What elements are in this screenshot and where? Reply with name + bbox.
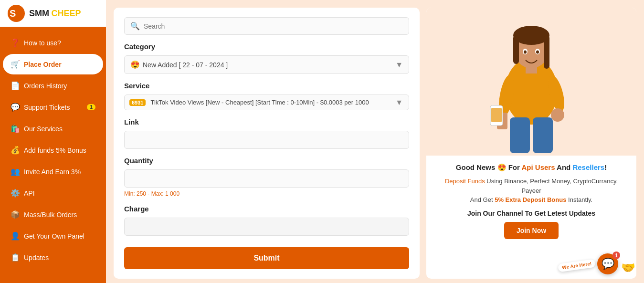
orders-history-label: Orders History: [24, 82, 67, 90]
support-tickets-label: Support Tickets: [24, 104, 70, 111]
svg-rect-7: [526, 64, 537, 73]
sidebar-item-invite-earn[interactable]: 👥 Invite And Earn 3%: [3, 161, 103, 182]
join-now-button[interactable]: Join Now: [504, 222, 559, 239]
quantity-label: Quantity: [124, 157, 409, 165]
sidebar-item-how-to-use[interactable]: ❓ How to use?: [3, 32, 103, 53]
place-order-label: Place Order: [24, 61, 62, 68]
api-icon: ⚙️: [11, 189, 19, 198]
sidebar-item-place-order[interactable]: 🛒 Place Order: [3, 54, 103, 74]
place-order-icon: 🛒: [11, 60, 19, 69]
category-group: Category 😍 New Added [ 22 - 07 - 2024 ] …: [124, 42, 409, 74]
service-group: Service 6931 TikTok Video Views [New - C…: [124, 82, 409, 110]
svg-rect-6: [544, 35, 549, 69]
support-tickets-badge: 1: [87, 104, 95, 110]
charge-group: Charge: [124, 205, 409, 236]
orders-history-icon: 📄: [11, 81, 19, 90]
api-label: API: [24, 189, 35, 197]
svg-rect-15: [533, 117, 553, 153]
invite-earn-label: Invite And Earn 3%: [24, 168, 81, 176]
search-bar: 🔍: [124, 17, 409, 35]
sidebar-item-add-funds[interactable]: 💰 Add funds 5% Bonus: [3, 140, 103, 160]
svg-rect-12: [491, 108, 502, 122]
service-label: Service: [124, 82, 409, 90]
quantity-group: Quantity Min: 250 - Max: 1 000: [124, 157, 409, 197]
deposit-funds-link[interactable]: Deposit Funds: [445, 178, 485, 185]
support-tickets-icon: 💬: [11, 103, 19, 112]
charge-input[interactable]: [124, 218, 409, 236]
promo-panel: Good News 😍 For Api Users And Resellers!…: [426, 8, 636, 279]
sidebar-item-orders-history[interactable]: 📄 Orders History: [3, 75, 103, 96]
svg-rect-5: [513, 35, 519, 64]
category-select-wrapper: 😍 New Added [ 22 - 07 - 2024 ] New Added…: [124, 55, 409, 74]
good-news-line: Good News 😍 For Api Users And Resellers!: [436, 163, 627, 172]
order-panel: 🔍 Category 😍 New Added [ 22 - 07 - 2024 …: [114, 8, 420, 279]
our-services-label: Our Services: [24, 125, 63, 133]
charge-label: Charge: [124, 205, 409, 213]
bonus-text: 5% Extra Deposit Bonus: [495, 196, 566, 203]
we-are-here-text: We Are Here!: [558, 259, 596, 273]
chat-icon: 💬: [602, 258, 614, 270]
get-your-own-panel-icon: 👤: [11, 231, 19, 241]
category-label: Category: [124, 42, 409, 51]
add-funds-icon: 💰: [11, 146, 19, 155]
chat-button[interactable]: 💬 1: [597, 253, 618, 274]
logo-cheep: CHEEP: [51, 9, 81, 18]
svg-point-19: [536, 51, 539, 54]
svg-text:S: S: [10, 8, 16, 19]
how-to-use-icon: ❓: [11, 38, 19, 47]
how-to-use-label: How to use?: [24, 39, 61, 47]
chat-widget: We Are Here! 💬 1 🤝: [558, 253, 635, 274]
promo-person-svg: [484, 12, 579, 156]
api-users-text: Api Users: [521, 163, 555, 171]
logo-icon: S: [7, 4, 25, 22]
updates-label: Updates: [24, 254, 49, 262]
sidebar-item-updates[interactable]: 📋 Updates: [3, 247, 103, 268]
link-label: Link: [124, 118, 409, 126]
sidebar-item-mass-bulk-orders[interactable]: 📦 Mass/Bulk Orders: [3, 204, 103, 225]
channel-line: Join Our Channel To Get Letest Updates: [436, 210, 627, 217]
submit-button[interactable]: Submit: [124, 247, 409, 269]
main-content: 🔍 Category 😍 New Added [ 22 - 07 - 2024 …: [106, 0, 644, 283]
quantity-input[interactable]: [124, 169, 409, 188]
our-services-icon: 🛍️: [11, 124, 19, 133]
mass-bulk-orders-icon: 📦: [11, 210, 19, 219]
promo-image: [426, 8, 636, 156]
mass-bulk-orders-label: Mass/Bulk Orders: [24, 211, 77, 219]
promo-text-area: Good News 😍 For Api Users And Resellers!…: [426, 156, 636, 247]
svg-point-13: [551, 108, 564, 122]
link-input[interactable]: [124, 131, 409, 149]
get-your-own-panel-label: Get Your Own Panel: [24, 232, 84, 240]
service-select-wrapper: 6931 TikTok Video Views [New - Cheapest]…: [124, 94, 409, 110]
add-funds-label: Add funds 5% Bonus: [24, 147, 86, 154]
sidebar: S SMM CHEEP ❓ How to use? 🛒 Place Order …: [0, 0, 106, 283]
svg-point-18: [524, 51, 527, 54]
search-icon: 🔍: [130, 21, 140, 31]
quantity-hint: Min: 250 - Max: 1 000: [124, 190, 409, 197]
sidebar-item-api[interactable]: ⚙️ API: [3, 183, 103, 203]
chat-badge: 1: [612, 252, 620, 259]
sidebar-item-support-tickets[interactable]: 💬 Support Tickets 1: [3, 97, 103, 117]
resellers-text: Resellers: [572, 163, 604, 171]
sidebar-item-get-your-own-panel[interactable]: 👤 Get Your Own Panel: [3, 226, 103, 246]
sidebar-items: ❓ How to use? 🛒 Place Order 📄 Orders His…: [0, 31, 106, 269]
sidebar-item-our-services[interactable]: 🛍️ Our Services: [3, 118, 103, 139]
deposit-line: Deposit Funds Using Binance, Perfect Mon…: [436, 177, 627, 205]
updates-icon: 📋: [11, 253, 19, 262]
logo: S SMM CHEEP: [0, 0, 106, 27]
link-group: Link: [124, 118, 409, 149]
svg-rect-14: [510, 117, 530, 153]
logo-smm: SMM: [29, 9, 49, 18]
invite-earn-icon: 👥: [11, 167, 19, 176]
search-input[interactable]: [144, 22, 403, 30]
emoji-decoration: 🤝: [621, 261, 635, 274]
